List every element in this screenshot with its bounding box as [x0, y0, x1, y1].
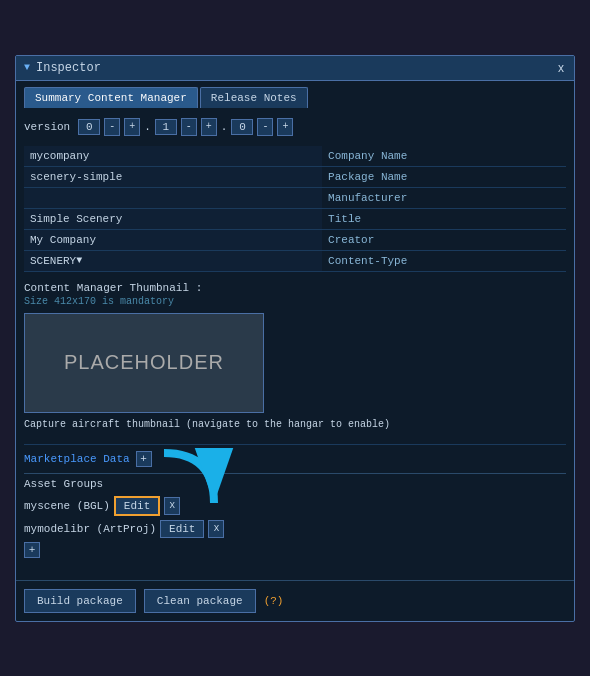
table-row: scenery-simple Package Name [24, 166, 566, 187]
creator-value[interactable]: My Company [24, 229, 322, 250]
tab-summary[interactable]: Summary Content Manager [24, 87, 198, 108]
inspector-window: ▼ Inspector x Summary Content Manager Re… [15, 55, 575, 622]
remove-button-myscene[interactable]: x [164, 497, 180, 515]
placeholder-bold: PLACE [64, 351, 135, 373]
title-label: Title [322, 208, 566, 229]
version-patch-inc[interactable]: + [277, 118, 293, 136]
thumbnail-placeholder[interactable]: PLACEHOLDER [24, 313, 264, 413]
edit-button-myscene[interactable]: Edit [114, 496, 160, 516]
content-type-value: SCENERY [30, 255, 76, 267]
manufacturer-label: Manufacturer [322, 187, 566, 208]
marketplace-label: Marketplace Data [24, 453, 130, 465]
add-asset-row: + [24, 542, 566, 558]
company-value[interactable]: mycompany [24, 146, 322, 167]
tab-release-notes[interactable]: Release Notes [200, 87, 308, 108]
triangle-icon: ▼ [24, 62, 30, 73]
asset-name-mymodelibr: mymodelibr (ArtProj) [24, 523, 156, 535]
close-button[interactable]: x [556, 61, 566, 75]
asset-item-mymodelibr: mymodelibr (ArtProj) Edit x [24, 520, 566, 538]
table-row: Manufacturer [24, 187, 566, 208]
capture-text: Capture aircraft thumbnail (navigate to … [24, 419, 566, 430]
divider [24, 473, 566, 474]
edit-button-mymodelibr[interactable]: Edit [160, 520, 204, 538]
table-row: My Company Creator [24, 229, 566, 250]
manufacturer-value[interactable] [24, 187, 322, 208]
version-minor-input[interactable] [155, 119, 177, 135]
thumbnail-label: Content Manager Thumbnail : [24, 282, 566, 294]
version-patch-input[interactable] [231, 119, 253, 135]
window-title: Inspector [36, 61, 101, 75]
tabs-bar: Summary Content Manager Release Notes [16, 81, 574, 108]
placeholder-light: HOLDER [135, 351, 224, 373]
version-major-inc[interactable]: + [124, 118, 140, 136]
content-area: version - + . - + . - + mycompany Compan… [16, 108, 574, 574]
title-bar: ▼ Inspector x [16, 56, 574, 81]
bottom-bar: Build package Clean package (?) [16, 580, 574, 621]
table-row: Simple Scenery Title [24, 208, 566, 229]
version-row: version - + . - + . - + [24, 116, 566, 138]
marketplace-row: Marketplace Data + [24, 444, 566, 469]
version-patch-dec[interactable]: - [257, 118, 273, 136]
version-minor-dec[interactable]: - [181, 118, 197, 136]
company-label: Company Name [322, 146, 566, 167]
help-icon[interactable]: (?) [264, 595, 284, 607]
asset-groups-section: Asset Groups myscene (BGL) Edit x mymode… [24, 478, 566, 558]
asset-groups-label: Asset Groups [24, 478, 566, 490]
remove-button-mymodelibr[interactable]: x [208, 520, 224, 538]
fields-table: mycompany Company Name scenery-simple Pa… [24, 146, 566, 272]
content-type-label: Content-Type [322, 250, 566, 271]
asset-name-myscene: myscene (BGL) [24, 500, 110, 512]
thumbnail-section: Content Manager Thumbnail : Size 412x170… [24, 278, 566, 440]
marketplace-add-button[interactable]: + [136, 451, 152, 467]
content-type-cell[interactable]: SCENERY ▼ [24, 250, 322, 271]
package-label: Package Name [322, 166, 566, 187]
build-package-button[interactable]: Build package [24, 589, 136, 613]
add-asset-button[interactable]: + [24, 542, 40, 558]
placeholder-text: PLACEHOLDER [64, 351, 224, 374]
dropdown-arrow-icon: ▼ [76, 255, 82, 266]
version-minor-inc[interactable]: + [201, 118, 217, 136]
version-major-input[interactable] [78, 119, 100, 135]
clean-package-button[interactable]: Clean package [144, 589, 256, 613]
version-major-dec[interactable]: - [104, 118, 120, 136]
table-row: mycompany Company Name [24, 146, 566, 167]
title-value[interactable]: Simple Scenery [24, 208, 322, 229]
creator-label: Creator [322, 229, 566, 250]
package-value[interactable]: scenery-simple [24, 166, 322, 187]
version-label: version [24, 121, 70, 133]
table-row: SCENERY ▼ Content-Type [24, 250, 566, 271]
asset-item-myscene: myscene (BGL) Edit x [24, 496, 566, 516]
thumbnail-size-note: Size 412x170 is mandatory [24, 296, 566, 307]
